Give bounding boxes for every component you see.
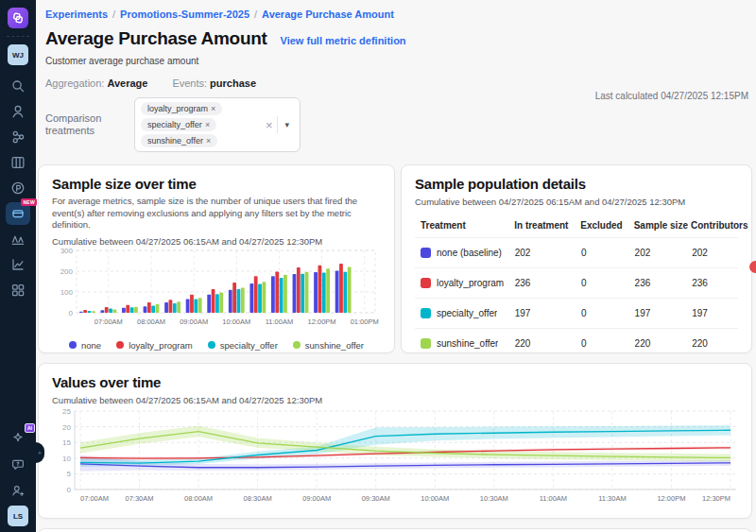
main-content: Experiments/Promotions-Summer-2025/Avera…: [36, 0, 756, 532]
values-title: Values over time: [52, 374, 738, 390]
svg-text:07:00AM: 07:00AM: [94, 317, 123, 326]
svg-text:07:00AM: 07:00AM: [80, 494, 109, 503]
legend-label: none: [81, 340, 101, 351]
treatment-chip[interactable]: sunshine_offer×: [141, 134, 217, 147]
svg-text:08:00AM: 08:00AM: [137, 317, 165, 326]
insights-button[interactable]: [6, 253, 30, 276]
svg-text:10:30AM: 10:30AM: [480, 494, 508, 503]
population-range: Cumulative between 04/27/2025 06:15AM an…: [415, 197, 738, 207]
legend-item[interactable]: specialty_offer: [208, 340, 278, 351]
table-row: specialty_offer 197 0 197 197: [415, 298, 738, 328]
clear-all-icon[interactable]: ×: [261, 118, 278, 132]
legend-item[interactable]: sunshine_offer: [293, 340, 364, 351]
values-range: Cumulative between 04/27/2025 06:15AM an…: [52, 395, 738, 405]
experiments-button[interactable]: NEW: [6, 202, 30, 225]
col-in-treatment: In treatment: [514, 220, 580, 231]
treatment-chip[interactable]: loyalty_program×: [141, 102, 222, 115]
breadcrumb-metric-name[interactable]: Average Purchase Amount: [262, 9, 394, 20]
series-swatch: [421, 338, 431, 349]
invite-user-button[interactable]: [6, 479, 30, 502]
legend-label: sunshine_offer: [305, 340, 364, 351]
metric-subtitle: Customer average purchase amount: [45, 56, 748, 66]
values-over-time-card: Values over time Cumulative between 04/2…: [38, 363, 752, 519]
cell-value: 197: [635, 308, 693, 318]
experiments-icon: [9, 204, 27, 223]
legend-dot-icon: [293, 341, 301, 349]
pulse-button[interactable]: [6, 177, 30, 199]
breadcrumb-experiment-name[interactable]: Promotions-Summer-2025: [120, 9, 249, 20]
treatment-name: none (baseline): [437, 248, 502, 258]
table-header-row: Treatment In treatment Excluded Sample s…: [415, 215, 738, 237]
cell-value: 202: [515, 248, 581, 258]
columns-icon: [9, 153, 27, 172]
svg-text:11:00AM: 11:00AM: [540, 494, 567, 503]
legend-item[interactable]: loyalty_program: [116, 340, 193, 351]
support-chat-button[interactable]: [6, 453, 30, 475]
line-chart-icon: [9, 255, 27, 274]
dashboards-button[interactable]: [6, 279, 30, 301]
edge-notification-dot[interactable]: [749, 261, 756, 273]
svg-text:10:00AM: 10:00AM: [222, 317, 250, 326]
columns-button[interactable]: [6, 151, 30, 174]
metric-dispersion-card: Metric dispersion Cumulative between 04/…: [38, 528, 752, 532]
series-swatch: [421, 278, 431, 288]
flyout-arrow-icon: ▸: [39, 449, 43, 456]
svg-text:12:00PM: 12:00PM: [308, 317, 336, 326]
treatments-multiselect[interactable]: loyalty_program× specialty_offer× sunshi…: [134, 97, 301, 152]
svg-text:10: 10: [62, 455, 71, 463]
ai-assistant-button[interactable]: AI: [6, 426, 30, 449]
view-metric-definition-link[interactable]: View full metric definition: [281, 35, 406, 46]
users-button[interactable]: [6, 100, 30, 123]
search-button[interactable]: [6, 75, 30, 97]
search-icon: [9, 77, 27, 95]
treatment-chip[interactable]: specialty_offer×: [141, 118, 216, 131]
cell-value: 236: [515, 278, 581, 288]
user-avatar[interactable]: LS: [8, 506, 28, 526]
cell-value: 202: [692, 248, 738, 258]
legend-item[interactable]: none: [69, 340, 101, 351]
grid-icon: [9, 281, 27, 300]
svg-text:12:00PM: 12:00PM: [657, 494, 685, 503]
chart-legend: noneloyalty_programspecialty_offersunshi…: [52, 340, 381, 351]
cell-value: 0: [581, 308, 635, 318]
person-icon: [9, 102, 27, 121]
metrics-aa-icon: [9, 230, 27, 249]
sample-size-range: Cumulative between 04/27/2025 06:15AM an…: [52, 236, 381, 247]
svg-text:11:30AM: 11:30AM: [598, 494, 626, 503]
statsig-logo[interactable]: [8, 8, 28, 28]
cell-value: 197: [692, 308, 738, 318]
svg-text:08:00AM: 08:00AM: [184, 494, 213, 503]
treatment-name: loyalty_program: [437, 278, 504, 288]
workspace-avatar[interactable]: WJ: [8, 44, 28, 65]
events-label: Events:: [172, 77, 207, 89]
svg-text:09:00AM: 09:00AM: [302, 494, 331, 503]
chip-remove-icon[interactable]: ×: [205, 120, 210, 129]
col-contributors: Contributors: [691, 220, 738, 231]
breadcrumb-experiments[interactable]: Experiments: [45, 9, 108, 20]
treatment-name: sunshine_offer: [437, 338, 498, 349]
legend-dot-icon: [116, 341, 124, 349]
feature-gates-button[interactable]: [6, 126, 30, 148]
chip-remove-icon[interactable]: ×: [206, 136, 211, 146]
metrics-button[interactable]: [6, 228, 30, 250]
svg-text:5: 5: [67, 470, 72, 478]
breadcrumb: Experiments/Promotions-Summer-2025/Avera…: [45, 9, 748, 20]
sample-size-description: For average metrics, sample size is the …: [52, 196, 381, 232]
chip-label: sunshine_offer: [147, 136, 203, 146]
legend-dot-icon: [208, 341, 215, 349]
chip-remove-icon[interactable]: ×: [211, 104, 215, 113]
ai-badge: AI: [25, 423, 35, 433]
svg-text:0: 0: [69, 309, 74, 317]
cell-value: 220: [692, 338, 738, 349]
aggregation-row: Aggregation:Average Events:purchase: [45, 77, 748, 89]
page-title: Average Purchase Amount: [45, 28, 267, 49]
svg-text:25: 25: [62, 408, 71, 416]
col-treatment: Treatment: [421, 220, 514, 231]
svg-text:100: 100: [60, 288, 74, 297]
aggregation-value: Average: [107, 77, 147, 89]
person-plus-icon: [9, 482, 26, 499]
logo-knot-icon: [10, 10, 26, 26]
chevron-down-icon[interactable]: ▾: [278, 120, 296, 129]
values-line-chart: 051015202507:00AM07:30AM08:00AM08:30AM09…: [52, 408, 740, 514]
svg-text:09:00AM: 09:00AM: [180, 317, 208, 326]
